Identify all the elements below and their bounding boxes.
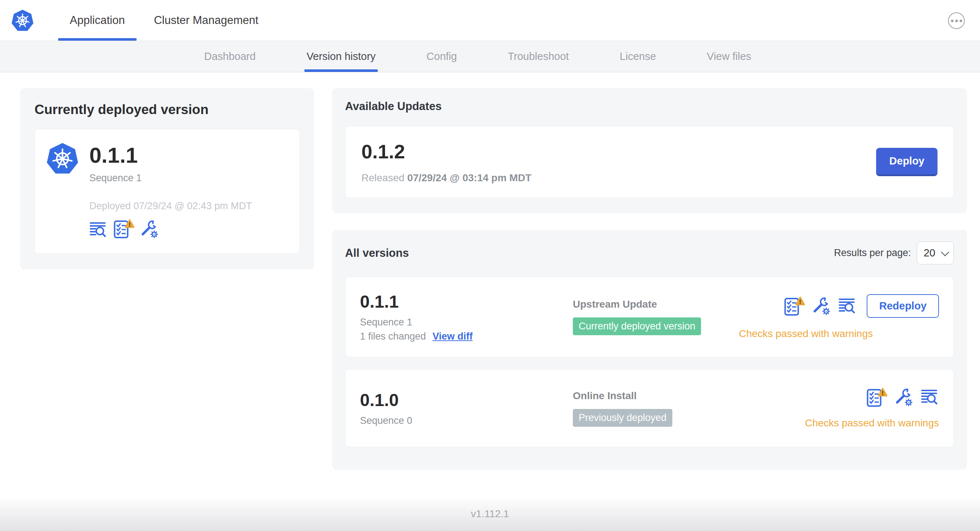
tab-application[interactable]: Application xyxy=(55,0,140,41)
preflight-checks-warning-icon[interactable] xyxy=(784,296,805,316)
row-version-number: 0.1.0 xyxy=(360,390,573,410)
subnav-dashboard[interactable]: Dashboard xyxy=(202,41,258,72)
subnav-config[interactable]: Config xyxy=(424,41,459,72)
files-changed-label: 1 files changed xyxy=(360,331,426,342)
app-subnav: Dashboard Version history Config Trouble… xyxy=(0,41,980,72)
update-row: 0.1.2 Released07/29/24 @ 03:14 pm MDT De… xyxy=(345,126,954,198)
edit-config-icon[interactable] xyxy=(140,220,159,238)
redeploy-button[interactable]: Redeploy xyxy=(867,294,939,318)
currently-deployed-title: Currently deployed version xyxy=(35,102,300,117)
view-logs-icon[interactable] xyxy=(921,389,939,406)
subnav-license[interactable]: License xyxy=(617,41,658,72)
update-version-number: 0.1.2 xyxy=(361,140,531,163)
app-header: Application Cluster Management xyxy=(0,0,980,41)
row-sequence: Sequence 0 xyxy=(360,415,573,426)
kubernetes-app-icon xyxy=(46,141,79,175)
preflight-checks-warning-icon[interactable] xyxy=(113,219,134,238)
edit-config-icon[interactable] xyxy=(895,388,913,407)
version-row-0-1-1: 0.1.1 Sequence 1 1 files changed View di… xyxy=(345,277,954,357)
edit-config-icon[interactable] xyxy=(812,297,831,316)
all-versions-title: All versions xyxy=(345,246,409,260)
subnav-version-history[interactable]: Version history xyxy=(304,41,378,72)
results-per-page-label: Results per page: xyxy=(834,247,911,259)
ellipsis-icon xyxy=(951,20,953,22)
results-per-page-select[interactable]: 20 xyxy=(917,242,954,264)
preflight-checks-warning-icon[interactable] xyxy=(866,388,888,407)
ellipsis-menu-button[interactable] xyxy=(948,12,965,29)
checks-status-text: Checks passed with warnings xyxy=(805,417,939,429)
checks-status-text: Checks passed with warnings xyxy=(739,328,873,340)
deploy-button[interactable]: Deploy xyxy=(876,148,937,176)
view-diff-link[interactable]: View diff xyxy=(433,331,473,342)
current-sequence: Sequence 1 xyxy=(89,173,252,184)
available-updates-card: Available Updates 0.1.2 Released07/29/24… xyxy=(332,88,967,213)
kubernetes-logo-icon xyxy=(11,9,34,32)
version-row-0-1-0: 0.1.0 Sequence 0 Online Install Previous… xyxy=(345,369,954,447)
row-version-number: 0.1.1 xyxy=(360,292,573,312)
all-versions-card: All versions Results per page: 20 0.1.1 … xyxy=(332,230,967,470)
main-content: Currently deployed version xyxy=(0,72,980,470)
previously-deployed-badge: Previously deployed xyxy=(573,409,672,427)
row-source-label: Upstream Update xyxy=(573,299,739,310)
subnav-troubleshoot[interactable]: Troubleshoot xyxy=(506,41,571,72)
view-logs-icon[interactable] xyxy=(89,221,108,238)
currently-deployed-card: Currently deployed version xyxy=(20,88,314,270)
currently-deployed-version-panel: 0.1.1 Sequence 1 Deployed 07/29/24 @ 02:… xyxy=(35,129,300,253)
app-footer: v1.112.1 xyxy=(0,497,980,531)
update-released-timestamp: Released07/29/24 @ 03:14 pm MDT xyxy=(361,172,531,184)
current-deployed-timestamp: Deployed 07/29/24 @ 02:43 pm MDT xyxy=(89,200,252,212)
current-version-number: 0.1.1 xyxy=(89,144,252,167)
available-updates-title: Available Updates xyxy=(345,100,954,113)
row-source-label: Online Install xyxy=(573,390,805,402)
tab-cluster-management[interactable]: Cluster Management xyxy=(140,0,273,41)
deployed-status-badge: Currently deployed version xyxy=(573,318,701,335)
chevron-down-icon xyxy=(941,248,950,256)
app-tabs: Application Cluster Management xyxy=(55,0,273,41)
subnav-view-files[interactable]: View files xyxy=(705,41,753,72)
view-logs-icon[interactable] xyxy=(838,297,856,315)
row-sequence: Sequence 1 xyxy=(360,317,573,328)
console-version: v1.112.1 xyxy=(471,508,509,520)
